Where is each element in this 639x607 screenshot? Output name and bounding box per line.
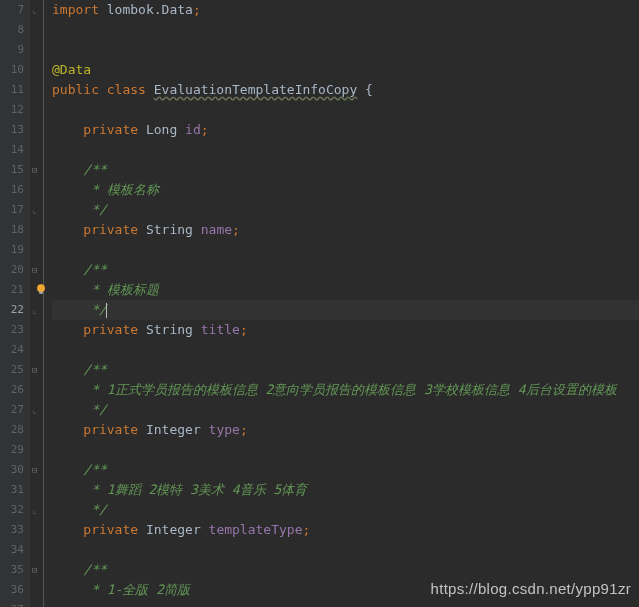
line-number[interactable]: 31 [0,480,30,500]
line-number[interactable]: 12 [0,100,30,120]
fold-start-icon[interactable]: ⊟ [32,566,41,575]
code-line[interactable] [52,600,639,607]
code-line[interactable] [52,100,639,120]
line-number[interactable]: 27 [0,400,30,420]
line-number[interactable]: 25 [0,360,30,380]
fold-cell[interactable] [30,140,43,160]
fold-cell[interactable] [30,80,43,100]
fold-start-icon[interactable]: ⊟ [32,166,41,175]
line-number[interactable]: 24 [0,340,30,360]
fold-cell[interactable] [30,340,43,360]
code-line[interactable]: * 模板标题 [52,280,639,300]
fold-cell[interactable] [30,520,43,540]
fold-cell[interactable]: ⊟ [30,460,43,480]
fold-start-icon[interactable]: ⊟ [32,266,41,275]
line-number[interactable]: 26 [0,380,30,400]
line-number[interactable]: 34 [0,540,30,560]
code-line[interactable]: /** [52,360,639,380]
fold-cell[interactable]: ⊟ [30,160,43,180]
code-line[interactable]: */ [52,500,639,520]
code-line[interactable]: * 模板名称 [52,180,639,200]
code-line[interactable]: */ [52,400,639,420]
line-number[interactable]: 19 [0,240,30,260]
line-number[interactable]: 32 [0,500,30,520]
code-line[interactable]: */ [52,200,639,220]
code-line[interactable]: private String title; [52,320,639,340]
code-line[interactable]: /** [52,560,639,580]
code-line[interactable]: public class EvaluationTemplateInfoCopy … [52,80,639,100]
fold-cell[interactable] [30,600,43,607]
code-line[interactable]: private Integer templateType; [52,520,639,540]
code-line[interactable] [52,140,639,160]
fold-cell[interactable]: ⌞ [30,200,43,220]
code-line[interactable] [52,440,639,460]
code-line[interactable]: import lombok.Data; [52,0,639,20]
fold-cell[interactable]: ⌞ [30,300,43,320]
line-number-gutter[interactable]: 7891011121314151617181920212223242526272… [0,0,30,607]
code-line[interactable]: @Data [52,60,639,80]
fold-end-icon[interactable]: ⌞ [32,406,41,415]
line-number[interactable]: 17 [0,200,30,220]
fold-cell[interactable] [30,220,43,240]
code-area[interactable]: import lombok.Data;@Datapublic class Eva… [44,0,639,607]
fold-cell[interactable]: ⊟ [30,360,43,380]
code-line[interactable]: * 1舞蹈 2模特 3美术 4音乐 5体育 [52,480,639,500]
line-number[interactable]: 22 [0,300,30,320]
code-line[interactable]: private Integer type; [52,420,639,440]
fold-cell[interactable] [30,120,43,140]
line-number[interactable]: 30 [0,460,30,480]
line-number[interactable]: 29 [0,440,30,460]
fold-cell[interactable] [30,180,43,200]
line-number[interactable]: 21 [0,280,30,300]
fold-end-icon[interactable]: ⌞ [32,206,41,215]
code-line[interactable]: private String name; [52,220,639,240]
line-number[interactable]: 16 [0,180,30,200]
line-number[interactable]: 33 [0,520,30,540]
fold-cell[interactable] [30,100,43,120]
line-number[interactable]: 7 [0,0,30,20]
code-line[interactable]: /** [52,160,639,180]
fold-end-icon[interactable]: ⌞ [32,506,41,515]
line-number[interactable]: 10 [0,60,30,80]
code-line[interactable] [52,540,639,560]
code-line[interactable]: private Long id; [52,120,639,140]
fold-cell[interactable]: ⌞ [30,400,43,420]
fold-cell[interactable] [30,380,43,400]
fold-start-icon[interactable]: ⊟ [32,466,41,475]
fold-cell[interactable] [30,60,43,80]
code-line[interactable]: /** [52,260,639,280]
line-number[interactable]: 15 [0,160,30,180]
fold-cell[interactable] [30,480,43,500]
line-number[interactable]: 35 [0,560,30,580]
intention-bulb-icon[interactable] [34,282,48,296]
line-number[interactable]: 14 [0,140,30,160]
fold-end-icon[interactable]: ⌞ [32,6,41,15]
code-line[interactable] [52,340,639,360]
line-number[interactable]: 36 [0,580,30,600]
line-number[interactable]: 8 [0,20,30,40]
fold-cell[interactable] [30,20,43,40]
fold-cell[interactable]: ⌞ [30,0,43,20]
fold-cell[interactable] [30,320,43,340]
fold-end-icon[interactable]: ⌞ [32,306,41,315]
fold-cell[interactable] [30,420,43,440]
code-line[interactable]: * 1正式学员报告的模板信息 2意向学员报告的模板信息 3学校模板信息 4后台设… [52,380,639,400]
line-number[interactable]: 9 [0,40,30,60]
code-line[interactable] [52,20,639,40]
code-line[interactable]: /** [52,460,639,480]
line-number[interactable]: 37 [0,600,30,607]
fold-cell[interactable] [30,440,43,460]
fold-cell[interactable] [30,580,43,600]
fold-cell[interactable]: ⌞ [30,500,43,520]
code-line[interactable] [52,40,639,60]
code-editor[interactable]: 7891011121314151617181920212223242526272… [0,0,639,607]
fold-cell[interactable]: ⊟ [30,560,43,580]
code-line[interactable] [52,240,639,260]
line-number[interactable]: 13 [0,120,30,140]
line-number[interactable]: 11 [0,80,30,100]
code-line[interactable]: */ [52,300,639,320]
fold-gutter[interactable]: ⌞⊟⌞⊟⌞⊟⌞⊟⌞⊟ [30,0,44,607]
fold-cell[interactable] [30,40,43,60]
fold-cell[interactable]: ⊟ [30,260,43,280]
line-number[interactable]: 18 [0,220,30,240]
